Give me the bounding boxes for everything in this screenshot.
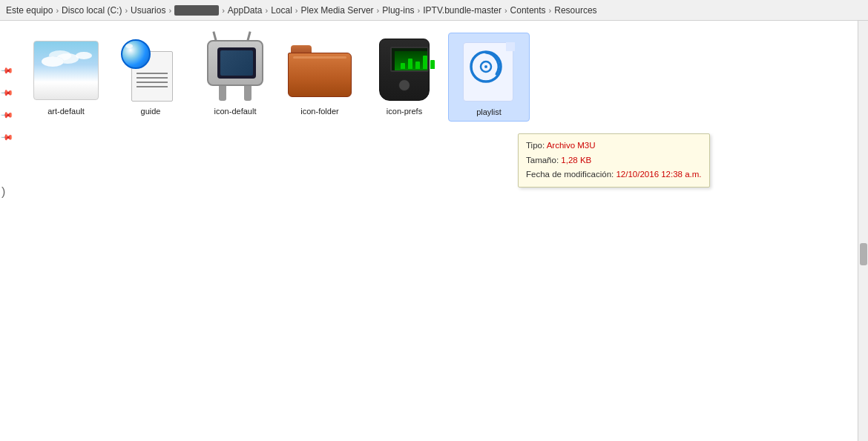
- icon-folder-label: icon-folder: [300, 107, 338, 116]
- tooltip-type-value: Archivo M3U: [547, 141, 596, 150]
- playlist-label: playlist: [476, 107, 502, 116]
- folder-icon: [288, 42, 352, 99]
- sidebar-pins: 📌 📌 📌 📌: [0, 21, 13, 441]
- scrollbar-thumb[interactable]: [860, 243, 867, 265]
- pin-icon-3[interactable]: 📌: [1, 108, 13, 121]
- file-tooltip: Tipo: Archivo M3U Tamaño: 1,28 KB Fecha …: [518, 133, 710, 188]
- tooltip-type-label: Tipo:: [526, 141, 545, 150]
- icon-folder-icon-wrapper: [286, 37, 353, 104]
- tooltip-date-label: Fecha de modificación:: [526, 170, 614, 179]
- breadcrumb: Este equipo › Disco local (C:) › Usuario…: [0, 0, 868, 21]
- breadcrumb-sep-10: ›: [549, 6, 552, 15]
- breadcrumb-item-iptv[interactable]: IPTV.bundle-master: [423, 5, 502, 16]
- guide-icon-wrapper: [117, 37, 184, 104]
- pin-icon-1[interactable]: 📌: [1, 64, 13, 76]
- m3u-circle-svg: [469, 50, 503, 84]
- icon-default-label: icon-default: [214, 107, 257, 116]
- file-item-playlist[interactable]: playlist: [448, 33, 530, 122]
- playlist-icon-wrapper: [456, 38, 522, 105]
- breadcrumb-item-usuarios[interactable]: Usuarios: [131, 5, 165, 16]
- tv-icon: [204, 40, 266, 101]
- breadcrumb-sep-4: ›: [222, 6, 225, 15]
- breadcrumb-item-appdata[interactable]: AppData: [228, 5, 263, 16]
- breadcrumb-item-plex[interactable]: Plex Media Server: [301, 5, 374, 16]
- files-grid: art-default guide: [25, 33, 856, 122]
- file-item-icon-prefs[interactable]: icon-prefs: [364, 33, 445, 120]
- file-item-art-default[interactable]: art-default: [25, 33, 107, 120]
- breadcrumb-item-disco-local[interactable]: Disco local (C:): [62, 5, 122, 16]
- tooltip-date-value: 12/10/2016 12:38 a.m.: [616, 170, 701, 179]
- breadcrumb-sep-9: ›: [504, 6, 507, 15]
- breadcrumb-sep-8: ›: [418, 6, 421, 15]
- tooltip-size-label: Tamaño:: [526, 156, 559, 165]
- breadcrumb-item-plugins[interactable]: Plug-ins: [382, 5, 414, 16]
- prefs-icon: [375, 39, 434, 102]
- breadcrumb-sep: ›: [56, 6, 59, 15]
- art-default-label: art-default: [47, 107, 85, 116]
- scrollbar-track: [858, 21, 868, 441]
- svg-point-2: [484, 65, 487, 68]
- breadcrumb-item-resources[interactable]: Resources: [554, 5, 596, 16]
- breadcrumb-item-user[interactable]: [174, 5, 219, 16]
- icon-default-icon-wrapper: [202, 37, 269, 104]
- breadcrumb-item-contents[interactable]: Contents: [510, 5, 546, 16]
- guide-icon: [121, 39, 180, 102]
- breadcrumb-sep-6: ›: [295, 6, 298, 15]
- breadcrumb-item-este-equipo[interactable]: Este equipo: [6, 5, 53, 16]
- breadcrumb-sep-7: ›: [377, 6, 380, 15]
- breadcrumb-sep-2: ›: [125, 6, 128, 15]
- guide-label: guide: [141, 107, 161, 116]
- left-bracket: ): [1, 185, 5, 199]
- pin-icon-4[interactable]: 📌: [1, 130, 13, 143]
- icon-prefs-label: icon-prefs: [387, 107, 422, 116]
- art-default-icon-wrapper: [33, 37, 99, 104]
- content-area: art-default guide: [13, 21, 868, 441]
- breadcrumb-sep-3: ›: [168, 6, 171, 15]
- breadcrumb-item-local[interactable]: Local: [271, 5, 292, 16]
- file-item-guide[interactable]: guide: [110, 33, 191, 120]
- tooltip-size-value: 1,28 KB: [561, 156, 591, 165]
- breadcrumb-sep-5: ›: [266, 6, 269, 15]
- tooltip-size-row: Tamaño: 1,28 KB: [526, 153, 702, 168]
- playlist-icon: [457, 39, 521, 103]
- pin-icon-2[interactable]: 📌: [1, 86, 13, 99]
- icon-prefs-icon-wrapper: [371, 37, 438, 104]
- file-item-icon-folder[interactable]: icon-folder: [279, 33, 361, 120]
- tooltip-date-row: Fecha de modificación: 12/10/2016 12:38 …: [526, 168, 702, 182]
- file-item-icon-default[interactable]: icon-default: [194, 33, 276, 120]
- tooltip-type-row: Tipo: Archivo M3U: [526, 139, 702, 153]
- art-default-icon: [33, 41, 99, 100]
